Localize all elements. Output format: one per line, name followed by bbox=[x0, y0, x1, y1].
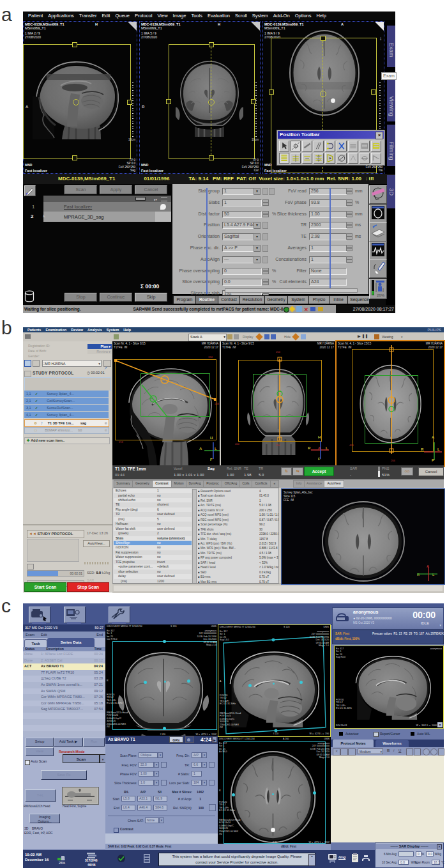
svg-text:26%: 26% bbox=[377, 293, 385, 297]
